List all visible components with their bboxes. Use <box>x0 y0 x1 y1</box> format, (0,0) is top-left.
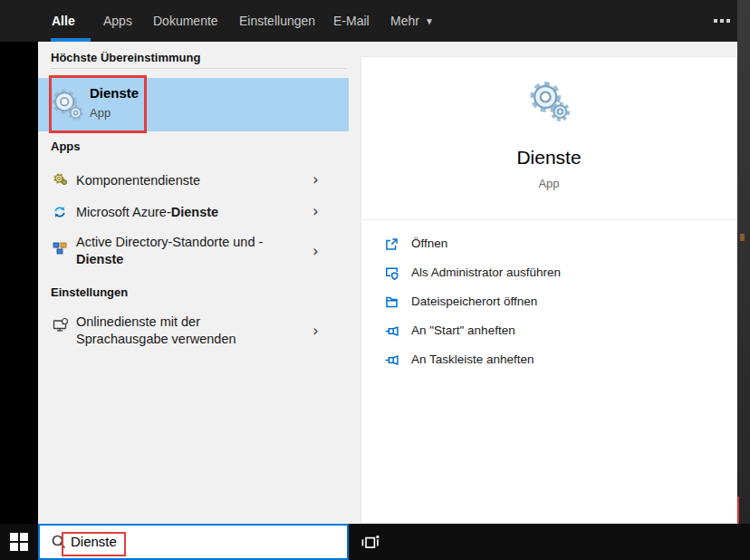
chevron-right-icon[interactable]: › <box>312 322 319 340</box>
action-open[interactable]: Öffnen <box>361 230 736 259</box>
search-icon <box>51 534 67 550</box>
result-label: Microsoft Azure-Dienste <box>76 204 218 221</box>
divider <box>361 219 736 220</box>
tab-mehr-label: Mehr <box>390 14 419 28</box>
chevron-right-icon[interactable]: › <box>312 242 319 260</box>
best-match-title: Dienste <box>90 85 139 101</box>
divider <box>51 68 347 69</box>
desktop-background-strip <box>737 0 750 524</box>
action-run-as-admin[interactable]: Als Administrator ausführen <box>361 259 736 288</box>
component-services-icon <box>53 171 68 187</box>
best-match-header: Höchste Übereinstimmung <box>51 51 200 64</box>
result-komponentendienste[interactable]: Komponentendienste › <box>38 166 349 195</box>
action-label: An Taskleiste anheften <box>411 352 534 366</box>
admin-shield-icon <box>384 266 399 281</box>
tab-einstellungen[interactable]: Einstellungen <box>239 0 315 42</box>
action-label: An "Start" anheften <box>411 323 515 337</box>
label-line2-bold: Dienste <box>76 252 123 266</box>
action-label: Öffnen <box>411 237 447 250</box>
services-gears-icon <box>51 88 85 122</box>
result-label: Onlinedienste mit derSprachausgabe verwe… <box>76 314 236 348</box>
folder-icon <box>384 294 399 310</box>
start-button[interactable] <box>10 533 27 550</box>
preview-subtitle: App <box>361 177 736 190</box>
taskbar-search-box[interactable]: Dienste <box>38 524 349 560</box>
desktop-artifact <box>740 234 745 241</box>
chevron-right-icon[interactable]: › <box>312 170 319 188</box>
open-icon <box>384 237 399 252</box>
search-input-value[interactable]: Dienste <box>71 534 117 549</box>
result-label: Komponentendienste <box>76 172 200 189</box>
preview-panel: Dienste App Öffnen Als Administrator aus… <box>361 56 737 524</box>
active-directory-icon <box>53 241 67 256</box>
result-onlinedienste-sprachausgabe[interactable]: Onlinedienste mit derSprachausgabe verwe… <box>38 310 349 353</box>
action-open-file-location[interactable]: Dateispeicherort öffnen <box>361 288 736 317</box>
label-regular: Microsoft Azure- <box>76 205 171 219</box>
search-filter-bar: Alle Apps Dokumente Einstellungen E-Mail… <box>0 0 737 42</box>
apps-section-header: Apps <box>51 140 81 153</box>
action-pin-to-start[interactable]: An "Start" anheften <box>361 317 736 346</box>
pin-icon <box>384 323 399 339</box>
result-microsoft-azure-dienste[interactable]: Microsoft Azure-Dienste › <box>38 198 349 227</box>
result-active-directory-standorte[interactable]: Active Directory-Standorte und -Dienste … <box>38 230 349 274</box>
chevron-down-icon: ▼ <box>425 1 434 43</box>
preview-title: Dienste <box>361 147 736 169</box>
tab-alle[interactable]: Alle <box>52 0 75 42</box>
chevron-right-icon[interactable]: › <box>312 202 319 220</box>
best-match-subtitle: App <box>90 106 111 120</box>
pin-icon <box>384 352 399 368</box>
task-view-icon[interactable] <box>361 532 380 552</box>
start-menu-left-rail <box>0 42 38 524</box>
services-gears-icon-large <box>528 81 572 124</box>
action-pin-to-taskbar[interactable]: An Taskleiste anheften <box>361 346 736 375</box>
azure-sync-icon <box>53 205 67 219</box>
more-options-icon[interactable] <box>714 19 730 23</box>
action-label: Dateispeicherort öffnen <box>411 294 537 308</box>
windows-search-screen: Alle Apps Dokumente Einstellungen E-Mail… <box>0 0 750 560</box>
taskbar: Dienste <box>0 524 750 560</box>
narrator-online-services-icon <box>53 317 69 333</box>
tab-mehr[interactable]: Mehr▼ <box>390 0 434 42</box>
action-label: Als Administrator ausführen <box>411 266 561 279</box>
tab-apps[interactable]: Apps <box>103 0 132 42</box>
label-bold: Dienste <box>171 205 218 219</box>
best-match-result-dienste[interactable]: Dienste App <box>38 78 349 131</box>
tab-dokumente[interactable]: Dokumente <box>153 0 218 42</box>
result-label: Active Directory-Standorte und -Dienste <box>76 234 263 268</box>
label-line1: Active Directory-Standorte und - <box>76 235 263 249</box>
tab-email[interactable]: E-Mail <box>333 0 370 42</box>
label-line2: Sprachausgabe verwenden <box>76 332 236 346</box>
search-results-panel: Höchste Übereinstimmung Dienste App Apps <box>38 42 349 524</box>
settings-section-header: Einstellungen <box>51 285 128 299</box>
label-line1: Onlinedienste mit der <box>76 314 200 329</box>
